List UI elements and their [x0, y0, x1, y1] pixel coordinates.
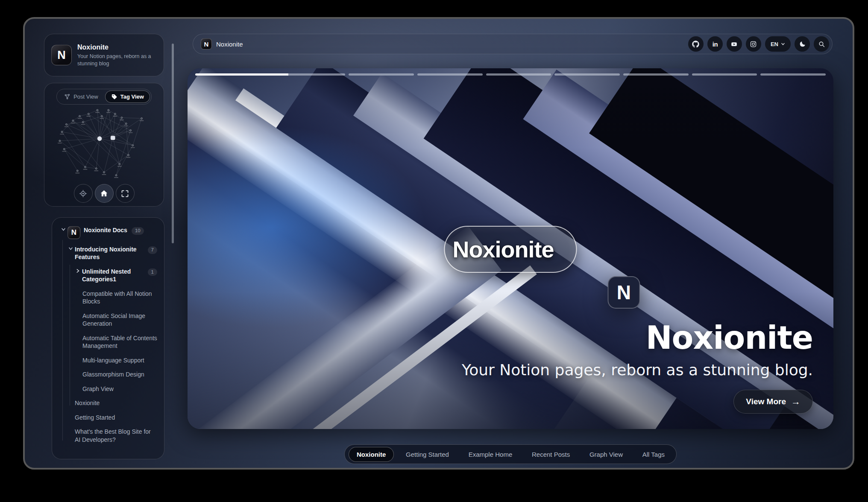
- noxionite-logo-icon: N: [607, 276, 640, 309]
- story-progress-segment[interactable]: [623, 73, 689, 76]
- tree-item[interactable]: Getting Started: [59, 414, 157, 421]
- view-more-button[interactable]: View More →: [733, 390, 813, 414]
- docs-tree-card: NNoxionite Docs10Introducing Noxionite F…: [52, 217, 164, 459]
- tree-item-label: Noxionite: [75, 399, 100, 407]
- sidebar-scrollbar[interactable]: [172, 44, 174, 243]
- tree-item-label: Automatic Table of Contents Management: [82, 334, 157, 350]
- hero-subtitle: Your Notion pages, reborn as a stunning …: [462, 361, 813, 379]
- moon-icon: [799, 41, 806, 48]
- youtube-button[interactable]: [727, 36, 742, 52]
- tree-item-label: Multi-language Support: [82, 356, 144, 364]
- tree-item-label: Glassmorphism Design: [82, 371, 144, 378]
- tree-item[interactable]: What's the Best Blog Site for AI Develop…: [59, 428, 157, 444]
- site-subtitle: Your Notion pages, reborn as a stunning …: [77, 53, 157, 67]
- youtube-icon: [730, 41, 738, 48]
- fullscreen-icon: [120, 189, 129, 198]
- tree-item[interactable]: NNoxionite Docs10: [59, 226, 157, 239]
- language-label: EN: [771, 41, 778, 47]
- hero-title: Noxionite: [646, 321, 813, 355]
- tree-item-label: Automatic Social Image Generation: [82, 312, 157, 328]
- tree-item-label: Getting Started: [75, 414, 115, 421]
- tree-item-label: Introducing Noxionite Features: [75, 245, 144, 261]
- tree-item[interactable]: Noxionite: [59, 399, 157, 407]
- count-badge: 10: [132, 227, 144, 235]
- story-progress-segment[interactable]: [760, 73, 826, 76]
- count-badge: 7: [148, 246, 157, 254]
- toggle-post-view[interactable]: Post View: [58, 90, 104, 103]
- linkedin-icon: in: [713, 41, 718, 48]
- bottom-nav-example-home[interactable]: Example Home: [461, 447, 520, 461]
- home-button[interactable]: [95, 184, 114, 203]
- site-title: Noxionite: [77, 43, 157, 52]
- tree-item[interactable]: Automatic Social Image Generation: [59, 312, 157, 328]
- topbar-actions: in EN: [688, 36, 829, 52]
- search-icon: [818, 41, 825, 48]
- desktop-background: N Noxionite Your Notion pages, reborn as…: [0, 0, 868, 502]
- tree-item[interactable]: Glassmorphism Design: [59, 371, 157, 378]
- github-button[interactable]: [688, 36, 704, 52]
- sidebar-header-card[interactable]: N Noxionite Your Notion pages, reborn as…: [44, 34, 164, 76]
- toggle-tag-view[interactable]: Tag View: [105, 90, 150, 103]
- theme-toggle-button[interactable]: [795, 36, 810, 52]
- view-toggle: Post ViewTag View: [56, 89, 152, 105]
- story-progress-segment[interactable]: [554, 73, 620, 76]
- topbar-brand-label: Noxionite: [216, 41, 243, 48]
- instagram-button[interactable]: [746, 36, 761, 52]
- chevron-down-icon: [781, 42, 785, 46]
- hero-badge-label: Noxionite: [452, 236, 554, 263]
- story-progress-segment[interactable]: [349, 73, 414, 76]
- search-button[interactable]: [814, 36, 829, 52]
- chevron-down-icon[interactable]: [66, 245, 75, 251]
- tree-item[interactable]: Automatic Table of Contents Management: [59, 334, 157, 350]
- docs-tree: NNoxionite Docs10Introducing Noxionite F…: [59, 226, 157, 444]
- hero-text-block: Noxionite Your Notion pages, reborn as a…: [462, 321, 813, 414]
- bottom-nav-getting-started[interactable]: Getting Started: [398, 447, 457, 461]
- tree-item-label: What's the Best Blog Site for AI Develop…: [75, 428, 157, 444]
- graph-controls: [49, 184, 159, 203]
- topbar-brand[interactable]: N Noxionite: [201, 38, 243, 50]
- hero-story-progress[interactable]: [195, 73, 826, 76]
- top-navigation-bar: N Noxionite in EN: [193, 34, 833, 54]
- tree-item[interactable]: Unlimited Nested Categories11: [59, 268, 157, 283]
- tree-item-label: Noxionite Docs: [84, 226, 127, 234]
- story-progress-segment[interactable]: [195, 73, 345, 76]
- fullscreen-button[interactable]: [116, 184, 135, 203]
- tree-item[interactable]: Introducing Noxionite Features7: [59, 245, 157, 261]
- sidebar-header-text: Noxionite Your Notion pages, reborn as a…: [77, 43, 157, 67]
- bottom-navigation: NoxioniteGetting StartedExample HomeRece…: [344, 444, 677, 464]
- instagram-icon: [750, 41, 757, 48]
- home-icon: [100, 189, 108, 198]
- toggle-label: Post View: [73, 93, 98, 100]
- noxionite-logo-icon: N: [201, 38, 212, 50]
- story-progress-segment[interactable]: [692, 73, 757, 76]
- browser-window: N Noxionite Your Notion pages, reborn as…: [23, 17, 854, 470]
- bottom-nav-recent-posts[interactable]: Recent Posts: [524, 447, 578, 461]
- tree-item[interactable]: Multi-language Support: [59, 356, 157, 364]
- count-badge: 1: [148, 269, 157, 276]
- noxionite-logo-icon: N: [51, 45, 72, 65]
- hero-banner: N Noxionite Noxionite Your Notion pages,…: [188, 68, 833, 429]
- story-progress-segment[interactable]: [486, 73, 551, 76]
- bottom-nav-noxionite[interactable]: Noxionite: [349, 447, 394, 462]
- story-progress-segment[interactable]: [417, 73, 483, 76]
- arrow-right-icon: →: [791, 396, 801, 407]
- linkedin-button[interactable]: in: [707, 36, 723, 52]
- locate-icon: [79, 189, 88, 198]
- hero-logo-badge: N Noxionite: [444, 226, 577, 273]
- github-icon: [692, 41, 699, 48]
- tree-item[interactable]: Graph View: [59, 385, 157, 393]
- bottom-nav-graph-view[interactable]: Graph View: [582, 447, 630, 461]
- tree-item[interactable]: Compatible with All Notion Blocks: [59, 290, 157, 306]
- locate-button[interactable]: [74, 184, 93, 203]
- graph-view-card: Post ViewTag View: [44, 83, 164, 207]
- language-selector[interactable]: EN: [765, 36, 791, 52]
- social-links: in: [688, 36, 761, 52]
- tree-item-label: Compatible with All Notion Blocks: [82, 290, 157, 306]
- chevron-down-icon[interactable]: [59, 226, 67, 232]
- mini-graph[interactable]: [49, 106, 159, 181]
- bottom-nav-all-tags[interactable]: All Tags: [635, 447, 672, 461]
- tree-item-label: Graph View: [82, 385, 114, 393]
- noxionite-logo-icon: N: [67, 226, 80, 239]
- chevron-right-icon[interactable]: [73, 268, 82, 273]
- tree-item-label: Unlimited Nested Categories1: [82, 268, 144, 283]
